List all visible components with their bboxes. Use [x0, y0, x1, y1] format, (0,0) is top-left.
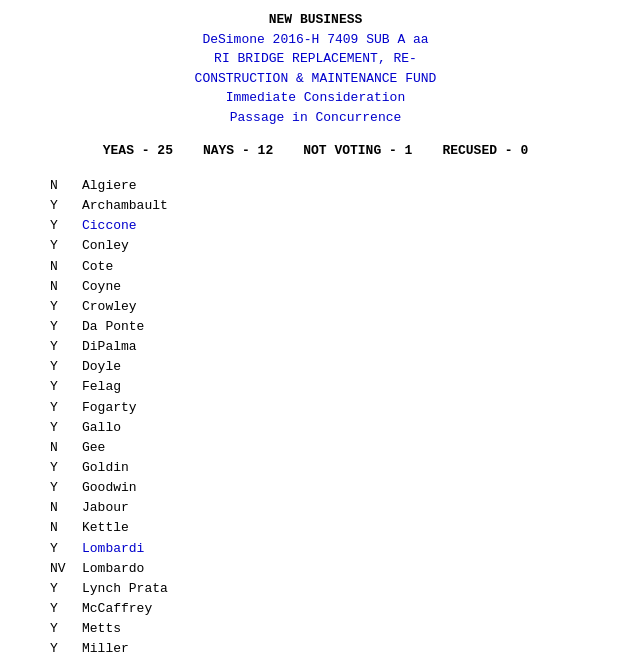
vote-name: Lynch Prata — [82, 579, 168, 599]
vote-code: Y — [50, 398, 82, 418]
vote-code: N — [50, 518, 82, 538]
recused-count: RECUSED - 0 — [442, 143, 528, 158]
vote-code: N — [50, 257, 82, 277]
table-row: YMetts — [50, 619, 611, 639]
header-line1: NEW BUSINESS — [20, 10, 611, 30]
vote-name: Crowley — [82, 297, 137, 317]
vote-name: Da Ponte — [82, 317, 144, 337]
vote-summary: YEAS - 25 NAYS - 12 NOT VOTING - 1 RECUS… — [20, 143, 611, 158]
vote-name: McCaffrey — [82, 599, 152, 619]
vote-name: Metts — [82, 619, 121, 639]
table-row: YMiller — [50, 639, 611, 656]
vote-code: Y — [50, 639, 82, 656]
vote-name: Archambault — [82, 196, 168, 216]
vote-code: N — [50, 498, 82, 518]
header-line2: DeSimone 2016-H 7409 SUB A aa — [20, 30, 611, 50]
vote-name: Conley — [82, 236, 129, 256]
header-line6: Passage in Concurrence — [20, 108, 611, 128]
table-row: YMcCaffrey — [50, 599, 611, 619]
vote-name: Felag — [82, 377, 121, 397]
vote-code: Y — [50, 579, 82, 599]
vote-code: Y — [50, 599, 82, 619]
not-voting-count: NOT VOTING - 1 — [303, 143, 412, 158]
vote-code: Y — [50, 418, 82, 438]
table-row: NKettle — [50, 518, 611, 538]
vote-code: Y — [50, 236, 82, 256]
header-line4: CONSTRUCTION & MAINTENANCE FUND — [20, 69, 611, 89]
table-row: YLynch Prata — [50, 579, 611, 599]
vote-name: Ciccone — [82, 216, 137, 236]
table-row: YCiccone — [50, 216, 611, 236]
table-row: YFelag — [50, 377, 611, 397]
vote-code: Y — [50, 337, 82, 357]
table-row: YGoodwin — [50, 478, 611, 498]
vote-name: Gee — [82, 438, 105, 458]
table-row: NCote — [50, 257, 611, 277]
vote-name: Lombardi — [82, 539, 144, 559]
vote-list: NAlgiereYArchambaultYCicconeYConleyNCote… — [20, 176, 611, 656]
table-row: YFogarty — [50, 398, 611, 418]
table-row: YArchambault — [50, 196, 611, 216]
table-row: NJabour — [50, 498, 611, 518]
vote-code: N — [50, 176, 82, 196]
vote-code: Y — [50, 619, 82, 639]
vote-code: Y — [50, 539, 82, 559]
vote-code: Y — [50, 478, 82, 498]
vote-name: Gallo — [82, 418, 121, 438]
table-row: YDa Ponte — [50, 317, 611, 337]
vote-name: Jabour — [82, 498, 129, 518]
table-row: NCoyne — [50, 277, 611, 297]
table-row: YDiPalma — [50, 337, 611, 357]
vote-code: NV — [50, 559, 82, 579]
vote-code: Y — [50, 297, 82, 317]
vote-code: Y — [50, 357, 82, 377]
vote-name: Goldin — [82, 458, 129, 478]
table-row: YCrowley — [50, 297, 611, 317]
table-row: YConley — [50, 236, 611, 256]
vote-name: Lombardo — [82, 559, 144, 579]
header: NEW BUSINESS DeSimone 2016-H 7409 SUB A … — [20, 10, 611, 127]
header-line3: RI BRIDGE REPLACEMENT, RE- — [20, 49, 611, 69]
vote-code: N — [50, 277, 82, 297]
table-row: YGallo — [50, 418, 611, 438]
table-row: YGoldin — [50, 458, 611, 478]
vote-code: Y — [50, 196, 82, 216]
vote-code: Y — [50, 458, 82, 478]
vote-name: Goodwin — [82, 478, 137, 498]
vote-code: Y — [50, 317, 82, 337]
vote-name: DiPalma — [82, 337, 137, 357]
table-row: NGee — [50, 438, 611, 458]
vote-name: Coyne — [82, 277, 121, 297]
vote-code: Y — [50, 377, 82, 397]
vote-name: Fogarty — [82, 398, 137, 418]
yeas-count: YEAS - 25 — [103, 143, 173, 158]
table-row: YDoyle — [50, 357, 611, 377]
vote-name: Cote — [82, 257, 113, 277]
vote-name: Miller — [82, 639, 129, 656]
vote-name: Kettle — [82, 518, 129, 538]
table-row: NAlgiere — [50, 176, 611, 196]
vote-name: Algiere — [82, 176, 137, 196]
vote-code: Y — [50, 216, 82, 236]
table-row: NVLombardo — [50, 559, 611, 579]
table-row: YLombardi — [50, 539, 611, 559]
header-line5: Immediate Consideration — [20, 88, 611, 108]
nays-count: NAYS - 12 — [203, 143, 273, 158]
vote-name: Doyle — [82, 357, 121, 377]
vote-code: N — [50, 438, 82, 458]
